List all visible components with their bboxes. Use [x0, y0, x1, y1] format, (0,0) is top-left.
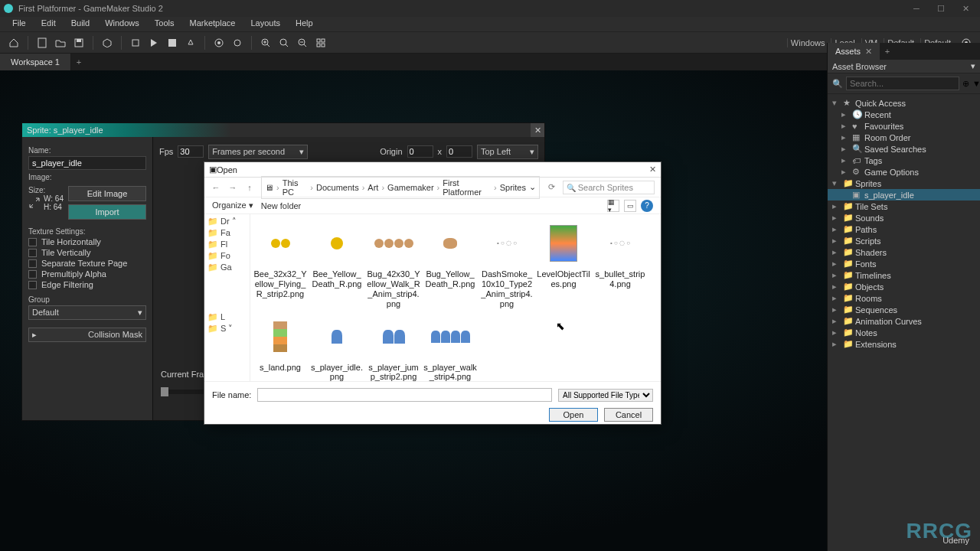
stop-icon[interactable] [165, 35, 180, 51]
folder-fonts[interactable]: ▸📁Fonts [828, 258, 980, 269]
target-icon[interactable] [211, 35, 227, 51]
premultiply-alpha-checkbox[interactable]: Premultiply Alpha [28, 269, 146, 279]
dialog-close[interactable]: ✕ [649, 165, 656, 174]
quick-access-folder[interactable]: ▾★Quick Access [828, 97, 980, 109]
folder-objects[interactable]: ▸📁Objects [828, 281, 980, 292]
nav-up[interactable]: ↑ [244, 183, 255, 192]
dialog-sidebar[interactable]: 📁 Dr ˄ 📁 Fa 📁 Fl 📁 Fo 📁 Ga 📁 L 📁 S ˅ [204, 214, 250, 381]
file-item[interactable]: Bug_Yellow_Death_R.png [423, 219, 477, 309]
import-button[interactable]: Import [68, 204, 146, 220]
edge-filtering-checkbox[interactable]: Edge Filtering [28, 280, 146, 289]
open-project-icon[interactable] [53, 35, 68, 51]
layout-icon[interactable] [313, 35, 328, 51]
window-close[interactable]: ✕ [954, 2, 977, 15]
new-folder-button[interactable]: New folder [261, 201, 302, 210]
cancel-button[interactable]: Cancel [604, 408, 653, 422]
package-icon[interactable] [100, 35, 115, 51]
nav-forward[interactable]: → [227, 183, 238, 192]
preview-pane-button[interactable]: ▭ [624, 200, 636, 212]
sprite-editor-close[interactable]: ✕ [531, 123, 544, 137]
origin-mode-dropdown[interactable]: Top Left▾ [477, 145, 538, 159]
zoom-out-icon[interactable] [295, 35, 310, 51]
filter-icon[interactable]: ▼ [972, 79, 980, 88]
qa-game-options[interactable]: ▸⚙Game Options [828, 166, 980, 178]
sprite-editor-titlebar[interactable]: Sprite: s_player_idle ✕ [22, 123, 544, 137]
qa-recent[interactable]: ▸🕓Recent [828, 109, 980, 120]
zoom-in-icon[interactable] [258, 35, 273, 51]
file-item[interactable]: Bee_Yellow_Death_R.png [310, 219, 364, 309]
organize-menu[interactable]: Organize ▾ [212, 201, 253, 210]
folder-notes[interactable]: ▸📁Notes [828, 327, 980, 338]
workspace-tab[interactable]: Workspace 1 [0, 54, 71, 70]
filetype-dropdown[interactable]: All Supported File Types (*.png; [558, 389, 653, 402]
folder-sequences[interactable]: ▸📁Sequences [828, 304, 980, 315]
tile-horizontally-checkbox[interactable]: Tile Horizontally [28, 237, 146, 246]
file-item[interactable]: Bee_32x32_Yellow_Flying_R_strip2.png [253, 219, 307, 309]
folder-tilesets[interactable]: ▸📁Tile Sets [828, 201, 980, 212]
qa-favourites[interactable]: ▸♥Favourites [828, 120, 980, 132]
menu-layouts[interactable]: Layouts [243, 17, 288, 31]
menu-marketplace[interactable]: Marketplace [181, 17, 243, 31]
separate-texture-checkbox[interactable]: Separate Texture Page [28, 259, 146, 268]
fps-unit-dropdown[interactable]: Frames per second▾ [208, 145, 308, 159]
folder-sounds[interactable]: ▸📁Sounds [828, 212, 980, 223]
file-item[interactable]: • ○ ◌ ○s_bullet_strip4.png [593, 219, 647, 309]
file-item[interactable]: s_land.png [253, 312, 307, 383]
file-item[interactable]: s_player_jump_strip2.png [367, 312, 420, 383]
target-windows[interactable]: Windows [787, 38, 828, 47]
sprite-name-input[interactable] [28, 156, 146, 170]
menu-tools[interactable]: Tools [147, 17, 182, 31]
folder-timelines[interactable]: ▸📁Timelines [828, 269, 980, 281]
view-mode-button[interactable]: ▦ ▾ [607, 200, 619, 212]
window-maximize[interactable]: ☐ [929, 2, 952, 15]
file-item[interactable]: s_player_idle.png [310, 312, 364, 383]
origin-x-input[interactable] [407, 145, 433, 158]
fps-input[interactable] [178, 145, 204, 158]
chevron-down-icon[interactable]: ⌄ [529, 182, 536, 192]
new-project-icon[interactable] [34, 35, 50, 51]
qa-saved-searches[interactable]: ▸🔍Saved Searches [828, 143, 980, 155]
open-button[interactable]: Open [549, 408, 598, 422]
asset-browser-header[interactable]: Asset Browser▾ [828, 60, 980, 73]
file-item[interactable]: • ○ ◌ ○DashSmoke_10x10_Type2_Anim_strip4… [480, 219, 534, 309]
help-icon[interactable]: ? [641, 200, 653, 212]
folder-animation-curves[interactable]: ▸📁Animation Curves [828, 315, 980, 327]
qa-room-order[interactable]: ▸▦Room Order [828, 132, 980, 143]
refresh-icon[interactable]: ⟳ [546, 182, 557, 192]
breadcrumb[interactable]: 🖥 ›This PC ›Documents ›Art ›Gamemaker ›F… [261, 176, 540, 199]
file-item[interactable]: Bug_42x30_Yellow_Walk_R_Anim_strip4.png [367, 219, 420, 309]
menu-windows[interactable]: Windows [97, 17, 147, 31]
folder-extensions[interactable]: ▸📁Extensions [828, 338, 980, 350]
file-grid[interactable]: Bee_32x32_Yellow_Flying_R_strip2.png Bee… [250, 214, 661, 381]
qa-tags[interactable]: ▸🏷Tags [828, 155, 980, 166]
window-minimize[interactable]: ─ [905, 2, 928, 15]
tile-vertically-checkbox[interactable]: Tile Vertically [28, 248, 146, 257]
folder-rooms[interactable]: ▸📁Rooms [828, 292, 980, 304]
debug-icon[interactable] [128, 35, 143, 51]
folder-shaders[interactable]: ▸📁Shaders [828, 246, 980, 258]
resize-icon[interactable] [28, 197, 41, 209]
collision-mask-toggle[interactable]: ▸ Collision Mask [28, 328, 146, 342]
clean-icon[interactable] [183, 35, 198, 51]
file-item[interactable]: LevelObjectTiles.png [537, 219, 590, 309]
origin-y-input[interactable] [446, 145, 472, 158]
file-item[interactable]: s_player_walk_strip4.png [423, 312, 477, 383]
menu-help[interactable]: Help [288, 17, 321, 31]
dialog-search[interactable]: 🔍 Search Sprites [563, 181, 655, 194]
zoom-reset-icon[interactable] [276, 35, 292, 51]
run-icon[interactable] [146, 35, 162, 51]
folder-sprites[interactable]: ▾📁Sprites [828, 178, 980, 189]
home-icon[interactable] [6, 35, 21, 51]
save-icon[interactable] [71, 35, 87, 51]
menu-edit[interactable]: Edit [34, 17, 64, 31]
workspace-add[interactable]: + [71, 54, 87, 70]
edit-image-button[interactable]: Edit Image [68, 186, 146, 201]
panel-add-tab[interactable]: + [880, 43, 895, 60]
add-asset-icon[interactable]: ⊕ [962, 79, 969, 89]
settings-icon[interactable] [230, 35, 245, 51]
assets-tab[interactable]: Assets✕ [828, 43, 880, 60]
group-dropdown[interactable]: Default▾ [28, 305, 146, 320]
filename-input[interactable] [257, 388, 552, 402]
close-icon[interactable]: ✕ [865, 47, 872, 57]
folder-scripts[interactable]: ▸📁Scripts [828, 235, 980, 246]
